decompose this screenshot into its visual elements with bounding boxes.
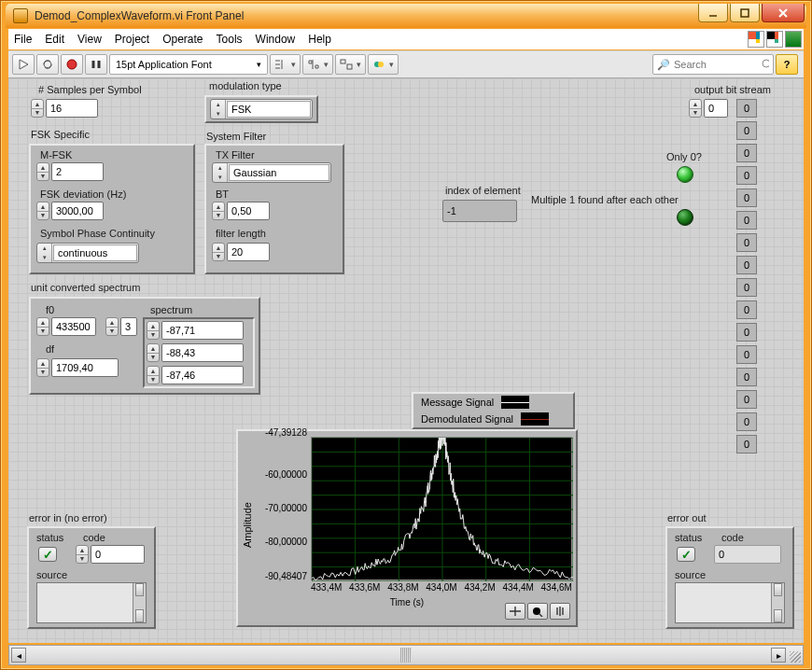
vi-icon[interactable] [785, 31, 802, 48]
distribute-objects-button[interactable] [302, 54, 333, 75]
spectrum-val-2[interactable]: -87,46 [161, 366, 244, 384]
status-in-checkbox[interactable]: ✓ [38, 547, 57, 562]
reorder-button[interactable] [368, 54, 399, 75]
outbit-index[interactable]: 0 [704, 99, 728, 118]
resize-grip[interactable] [790, 651, 801, 663]
pause-button[interactable] [85, 54, 107, 75]
output-bit-array: 0000000000000000 [736, 99, 757, 454]
help-button[interactable]: ? [776, 54, 798, 75]
menu-project[interactable]: Project [115, 33, 149, 46]
toolbar: 15pt Application Font▾ 🔎 ? [8, 50, 804, 78]
f0-value[interactable]: 433500 [51, 317, 96, 336]
output-bit-9: 0 [736, 300, 757, 319]
modtype-combo[interactable]: ▴▾ FSK [210, 99, 313, 119]
output-bit-13: 0 [736, 390, 757, 409]
graph-zoom-button[interactable] [527, 603, 548, 620]
spectrum-val-0[interactable]: -87,71 [161, 321, 244, 340]
source-label-out: source [675, 569, 706, 580]
mfsk-value[interactable]: 2 [51, 162, 104, 181]
errin-label: error in (no error) [29, 512, 107, 523]
output-bit-6: 0 [736, 233, 757, 252]
legend-msg: Message Signal [421, 397, 494, 408]
scroll-right-button[interactable]: ▸ [771, 648, 786, 663]
graph-cursor-button[interactable] [505, 603, 525, 620]
scroll-left-button[interactable]: ◂ [11, 648, 26, 663]
waveform-graph[interactable]: -47,39128-60,00000-70,00000-80,00000-90,… [236, 429, 578, 627]
run-continuously-button[interactable] [36, 54, 59, 75]
status-out-checkbox: ✓ [677, 547, 695, 562]
phasecont-value: continuous [53, 244, 137, 261]
menu-tools[interactable]: Tools [217, 33, 243, 46]
source-label-in: source [36, 569, 67, 580]
align-objects-button[interactable] [270, 54, 301, 75]
icon-view-icon[interactable] [748, 31, 764, 48]
error-in-cluster: status code ✓ ▲▼ 0 source [27, 526, 156, 629]
phasecont-combo[interactable]: ▴▾ continuous [36, 243, 139, 263]
txfilter-value: Gaussian [229, 164, 329, 181]
resize-objects-button[interactable] [335, 54, 366, 75]
source-out [675, 582, 785, 623]
maximize-button[interactable] [730, 4, 760, 22]
sysfilter-label: System Filter [206, 131, 266, 142]
spectrum-index[interactable]: 3 [120, 317, 137, 336]
svg-rect-3 [347, 64, 352, 69]
mult1-label: Multiple 1 found after each other [531, 194, 679, 205]
minimize-button[interactable] [698, 4, 728, 22]
menu-file[interactable]: File [14, 33, 32, 46]
menu-bar: File Edit View Project Operate Tools Win… [8, 29, 804, 49]
output-bit-3: 0 [736, 166, 757, 185]
font-label: 15pt Application Font [116, 59, 212, 70]
modtype-label: modulation type [209, 80, 282, 91]
code-label-out: code [721, 532, 744, 543]
search-input[interactable] [672, 58, 761, 71]
app-icon [13, 8, 28, 23]
menu-view[interactable]: View [77, 33, 102, 46]
svg-point-6 [763, 60, 769, 67]
connector-pane-icon[interactable] [766, 31, 783, 48]
code-in[interactable]: 0 [91, 545, 145, 564]
spectrum-label: spectrum [150, 304, 192, 315]
menu-operate[interactable]: Operate [162, 33, 203, 46]
bt-value[interactable]: 0,50 [227, 202, 270, 220]
output-bit-11: 0 [736, 345, 757, 364]
index-label: index of element [445, 185, 521, 196]
f0-label: f0 [46, 304, 54, 315]
menu-edit[interactable]: Edit [45, 33, 64, 46]
scroll-thumb[interactable] [400, 648, 412, 663]
status-label-in: status [36, 532, 63, 543]
multiple1-led [677, 209, 693, 226]
run-button[interactable] [12, 54, 35, 75]
fskdev-value[interactable]: 3000,00 [51, 202, 104, 220]
horizontal-scrollbar[interactable]: ◂ ▸ [8, 645, 804, 665]
output-bit-7: 0 [736, 256, 757, 274]
output-bit-14: 0 [736, 412, 757, 431]
output-bit-5: 0 [736, 211, 757, 230]
samples-control[interactable]: ▲▼ 16 [31, 99, 98, 118]
font-selector[interactable]: 15pt Application Font▾ [109, 54, 268, 75]
samples-value[interactable]: 16 [46, 99, 98, 118]
fsk-section-label: FSK Specific [31, 129, 90, 140]
txfilter-combo[interactable]: ▴▾ Gaussian [212, 162, 331, 183]
search-box[interactable]: 🔎 [652, 54, 774, 75]
spectrum-val-1[interactable]: -88,43 [161, 343, 244, 362]
flen-value[interactable]: 20 [227, 243, 270, 261]
close-button[interactable] [762, 4, 805, 22]
menu-window[interactable]: Window [256, 33, 296, 46]
errout-label: error out [667, 512, 707, 523]
menu-help[interactable]: Help [308, 33, 331, 46]
code-label-in: code [83, 532, 105, 543]
only0-led [677, 166, 693, 183]
output-bit-10: 0 [736, 323, 757, 342]
output-bit-0: 0 [736, 99, 757, 118]
abort-button[interactable] [61, 54, 83, 75]
graph-pan-button[interactable] [550, 603, 570, 620]
flen-label: filter length [216, 228, 266, 239]
index-value: -1 [442, 200, 517, 222]
status-label-out: status [675, 532, 702, 543]
df-value[interactable]: 1709,40 [51, 358, 119, 377]
output-bit-4: 0 [736, 188, 757, 207]
phasecont-label: Symbol Phase Continuity [40, 228, 155, 239]
source-in[interactable] [36, 582, 147, 623]
window-title: Demod_ComplexWaveform.vi Front Panel [35, 9, 244, 22]
output-bit-2: 0 [736, 144, 757, 162]
